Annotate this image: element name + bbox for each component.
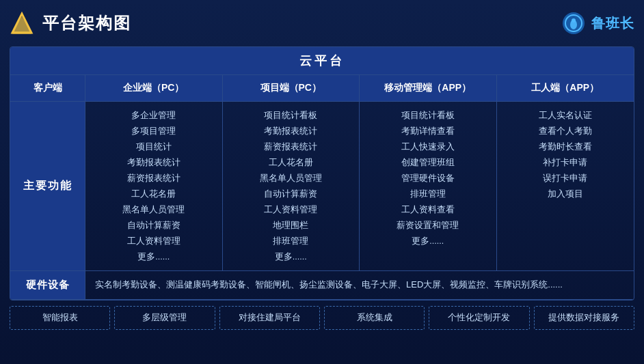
hardware-row: 硬件设备 实名制考勤设备、测温健康码考勤设备、智能闸机、扬尘监测设备、电子大屏、…	[10, 271, 634, 300]
enterprise-features: 多企业管理多项目管理项目统计考勤报表统计薪资报表统计工人花名册黑名单人员管理自动…	[85, 102, 223, 270]
feature-item: 项目统计看板	[228, 109, 354, 122]
brand-logo: 鲁班长	[561, 11, 634, 36]
feature-item: 工人花名册	[228, 156, 354, 169]
feature-item: 薪资报表统计	[91, 171, 217, 185]
tag-item: 智能报表	[10, 306, 110, 330]
brand-icon	[561, 11, 586, 36]
column-headers: 客户端 企业端（PC） 项目端（PC） 移动管理端（APP） 工人端（APP）	[10, 75, 634, 102]
page-wrapper: 平台架构图 鲁班长 云平台 客户端 企业端（PC）	[0, 0, 644, 364]
col-project: 项目端（PC）	[223, 75, 360, 101]
hardware-label: 硬件设备	[10, 271, 85, 299]
feature-item: 误打卡申请	[502, 171, 629, 185]
col-mobile: 移动管理端（APP）	[360, 75, 497, 101]
project-features: 项目统计看板考勤报表统计薪资报表统计工人花名册黑名单人员管理自动计算薪资工人资料…	[223, 102, 360, 270]
feature-item: 排班管理	[228, 234, 354, 248]
feature-item: 工人资料查看	[365, 203, 491, 216]
main-function-row: 主要功能 多企业管理多项目管理项目统计考勤报表统计薪资报表统计工人花名册黑名单人…	[10, 102, 634, 271]
header: 平台架构图 鲁班长	[10, 7, 634, 40]
feature-item: 工人资料管理	[91, 234, 217, 248]
logo-icon	[10, 11, 34, 36]
feature-item: 考勤报表统计	[91, 156, 217, 169]
feature-item: 多企业管理	[91, 109, 217, 122]
feature-item: 工人资料管理	[228, 203, 354, 216]
feature-item: 工人快速录入	[365, 140, 491, 154]
feature-item: 考勤时长查看	[502, 140, 629, 154]
main-table: 云平台 客户端 企业端（PC） 项目端（PC） 移动管理端（APP） 工人端（A…	[10, 46, 634, 300]
tag-item: 对接住建局平台	[219, 306, 320, 330]
feature-item: 自动计算薪资	[91, 219, 217, 232]
feature-item: 加入项目	[502, 187, 629, 201]
feature-item: 排班管理	[365, 187, 491, 201]
feature-item: 地理围栏	[228, 219, 354, 232]
svg-point-6	[572, 18, 576, 23]
feature-item: 薪资报表统计	[228, 140, 354, 154]
feature-item: 工人花名册	[91, 187, 217, 201]
tag-item: 系统集成	[324, 306, 425, 330]
brand-name: 鲁班长	[591, 14, 634, 33]
page-title: 平台架构图	[42, 12, 131, 34]
cloud-platform-header: 云平台	[10, 47, 634, 75]
hardware-content: 实名制考勤设备、测温健康码考勤设备、智能闸机、扬尘监测设备、电子大屏、LED大屏…	[85, 271, 634, 299]
main-function-label: 主要功能	[10, 102, 85, 270]
feature-item: 创建管理班组	[365, 156, 491, 169]
feature-item: 考勤详情查看	[365, 124, 491, 138]
feature-item: 自动计算薪资	[228, 187, 354, 201]
feature-item: 更多......	[365, 234, 491, 248]
mobile-features: 项目统计看板考勤详情查看工人快速录入创建管理班组管理硬件设备排班管理工人资料查看…	[360, 102, 497, 270]
feature-item: 更多......	[91, 250, 217, 264]
feature-item: 薪资设置和管理	[365, 219, 491, 232]
header-left: 平台架构图	[10, 11, 131, 36]
feature-item: 项目统计看板	[365, 109, 491, 122]
feature-item: 查看个人考勤	[502, 124, 629, 138]
feature-item: 黑名单人员管理	[91, 203, 217, 216]
feature-item: 多项目管理	[91, 124, 217, 138]
tag-item: 多层级管理	[114, 306, 215, 330]
feature-item: 项目统计	[91, 140, 217, 154]
feature-item: 考勤报表统计	[228, 124, 354, 138]
worker-features: 工人实名认证查看个人考勤考勤时长查看补打卡申请误打卡申请加入项目	[497, 102, 634, 270]
col-client: 客户端	[10, 75, 85, 101]
col-enterprise: 企业端（PC）	[85, 75, 223, 101]
tags-row: 智能报表多层级管理对接住建局平台系统集成个性化定制开发提供数据对接服务	[10, 306, 634, 330]
feature-item: 管理硬件设备	[365, 171, 491, 185]
col-worker: 工人端（APP）	[497, 75, 634, 101]
tag-item: 个性化定制开发	[429, 306, 529, 330]
svg-marker-1	[12, 16, 31, 33]
feature-item: 工人实名认证	[502, 109, 629, 122]
feature-item: 补打卡申请	[502, 156, 629, 169]
feature-item: 黑名单人员管理	[228, 171, 354, 185]
tag-item: 提供数据对接服务	[534, 306, 634, 330]
feature-item: 更多......	[228, 250, 354, 264]
